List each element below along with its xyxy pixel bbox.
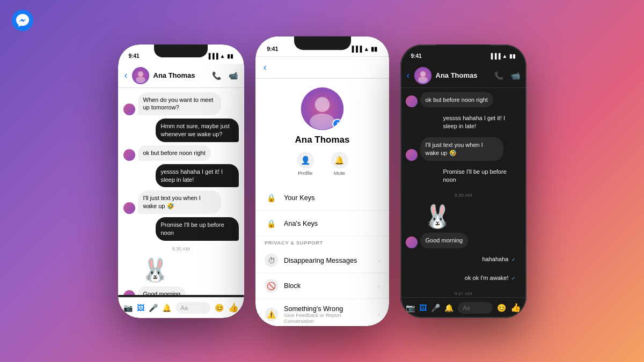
photo-icon[interactable]: 🖼 (419, 304, 427, 312)
phone-3-input-bar: 📷 🖼 🎤 🔔 Aa 😊 👍 (400, 297, 526, 318)
message-bubble: Hmm not sure, maybe just whenever we wak… (156, 119, 239, 142)
lock-icon: 🔒 (264, 191, 277, 204)
avatar (123, 202, 135, 214)
phone-1-chat-header: ‹ Ana Thomas 📞 📹 (118, 64, 244, 88)
message-bubble: Promise I'll be up before noon (438, 164, 521, 188)
emoji-icon[interactable]: 😊 (497, 304, 506, 312)
mic-icon[interactable]: 🎤 (431, 304, 440, 312)
phone-2-screen: 9:41 ▐▐▐ ▲ ▮▮ ‹ (255, 36, 389, 326)
lock-icon: 🔒 (264, 216, 277, 230)
like-button[interactable]: 👍 (228, 302, 239, 313)
svg-point-8 (420, 71, 426, 77)
mic-icon[interactable]: 🎤 (149, 304, 158, 312)
signal-icon: ▐▐▐ (349, 46, 362, 52)
table-row: Promise I'll be up before noon (406, 164, 521, 188)
message-bubble: I'll just text you when I wake up 🤣 (138, 190, 221, 214)
table-row: Good morning (406, 233, 521, 248)
chevron-right-icon: › (378, 283, 380, 289)
profile-action-mute[interactable]: 🔔 Mute (331, 151, 348, 176)
table-row: When do you want to meet up tomorrow? (123, 92, 239, 116)
avatar (406, 237, 418, 248)
battery-icon: ▮▮ (509, 53, 516, 59)
fb-messenger-logo (12, 10, 33, 31)
contact-avatar (414, 67, 431, 84)
input-placeholder: Aa (181, 305, 188, 311)
header-action-icons: 📞 📹 (494, 71, 520, 80)
menu-item-label: Ana's Keys (283, 219, 379, 227)
menu-item-label: Block (283, 282, 372, 290)
message-input[interactable]: Aa (175, 302, 210, 314)
phone-3-status-icons: ▐▐▐ ▲ ▮▮ (489, 53, 515, 59)
menu-item-disappearing[interactable]: ⏱ Disappearing Messages › (255, 248, 389, 274)
wifi-icon: ▲ (363, 46, 369, 52)
warning-icon: ⚠️ (264, 307, 277, 321)
message-input[interactable]: Aa (458, 302, 493, 314)
wifi-icon: ▲ (220, 53, 225, 59)
table-row: yessss hahaha I get it! I sleep in late! (123, 164, 239, 188)
menu-item-label: Something's Wrong (283, 305, 372, 313)
phone-2-status-icons: ▐▐▐ ▲ ▮▮ (349, 46, 377, 52)
contact-name: Ana Thomas (436, 71, 490, 79)
message-bubble: Good morning (138, 286, 186, 295)
phone-1-chat-body[interactable]: When do you want to meet up tomorrow? Hm… (118, 88, 244, 295)
video-call-icon[interactable]: 📹 (511, 71, 520, 80)
message-bubble: Good morning (420, 233, 469, 248)
phone-call-icon[interactable]: 📞 (494, 71, 503, 80)
back-button[interactable]: ‹ (407, 70, 410, 81)
message-bubble: When do you want to meet up tomorrow? (138, 92, 221, 116)
menu-item-block[interactable]: 🚫 Block › (255, 273, 389, 299)
phone-1: 9:41 ▐▐▐ ▲ ▮▮ ‹ Ana Th (118, 45, 244, 318)
video-call-icon[interactable]: 📹 (229, 71, 238, 80)
block-icon: 🚫 (264, 279, 277, 292)
profile-badge: f (332, 119, 342, 129)
sticker: 🐰 (420, 203, 455, 230)
input-placeholder: Aa (463, 305, 470, 311)
timestamp-label: 9:41 AM (406, 291, 521, 295)
phones-container: 9:41 ▐▐▐ ▲ ▮▮ ‹ Ana Th (118, 45, 526, 318)
photo-icon[interactable]: 🖼 (137, 304, 144, 312)
privacy-section-header: PRIVACY & SUPPORT (255, 236, 389, 247)
activity-icon[interactable]: 🔔 (444, 304, 453, 312)
back-button[interactable]: ‹ (125, 70, 128, 81)
table-row: ok but before noon right (406, 92, 521, 108)
back-button[interactable]: ‹ (263, 61, 266, 73)
phone-3-chat-body[interactable]: ok but before noon right yessss hahaha I… (400, 88, 526, 295)
profile-screen: f Ana Thomas 👤 Profile 🔔 Mute (255, 78, 389, 326)
message-bubble: ok but before noon right (138, 145, 211, 161)
message-bubble: ok ok I'm awake! ✓ (459, 270, 521, 286)
battery-icon: ▮▮ (227, 53, 233, 59)
menu-item-report[interactable]: ⚠️ Something's Wrong Give Feedback or Re… (255, 299, 389, 326)
timestamp-label: 9:30 AM (123, 246, 239, 252)
message-bubble: hahahaha ✓ (477, 252, 521, 267)
svg-point-0 (12, 10, 33, 31)
activity-icon[interactable]: 🔔 (162, 304, 171, 312)
phone-1-screen: 9:41 ▐▐▐ ▲ ▮▮ ‹ Ana Th (118, 45, 244, 318)
camera-icon[interactable]: 📷 (123, 304, 133, 312)
table-row: yessss hahaha I get it! I sleep in late! (406, 110, 521, 134)
phone-2-nav: ‹ (255, 56, 389, 78)
camera-icon[interactable]: 📷 (406, 304, 415, 312)
profile-icon: 👤 (296, 151, 313, 168)
phone-1-status-icons: ▐▐▐ ▲ ▮▮ (207, 53, 233, 59)
menu-item-content: Something's Wrong Give Feedback or Repor… (283, 305, 372, 324)
like-button[interactable]: 👍 (510, 302, 521, 313)
phone-2: 9:41 ▐▐▐ ▲ ▮▮ ‹ (255, 36, 389, 326)
message-bubble: I'll just text you when I wake up 🤣 (420, 137, 503, 161)
emoji-icon[interactable]: 😊 (215, 304, 224, 312)
menu-item-your-keys[interactable]: 🔒 Your Keys (255, 185, 389, 211)
phone-call-icon[interactable]: 📞 (212, 71, 221, 80)
menu-item-anas-keys[interactable]: 🔒 Ana's Keys (255, 211, 389, 237)
menu-item-label: Your Keys (283, 194, 379, 202)
header-action-icons: 📞 📹 (212, 71, 238, 80)
message-bubble: yessss hahaha I get it! I sleep in late! (156, 164, 239, 188)
phone-2-time: 9:41 (267, 46, 278, 52)
profile-name: Ana Thomas (295, 135, 349, 145)
avatar (123, 104, 135, 115)
chevron-right-icon: › (378, 311, 380, 317)
profile-avatar: f (301, 87, 343, 130)
profile-label: Profile (298, 170, 312, 176)
profile-action-profile[interactable]: 👤 Profile (296, 151, 313, 176)
phone-3-chat-header: ‹ Ana Thomas 📞 📹 (400, 64, 526, 88)
avatar (123, 149, 135, 161)
phone-2-notch (294, 36, 350, 49)
